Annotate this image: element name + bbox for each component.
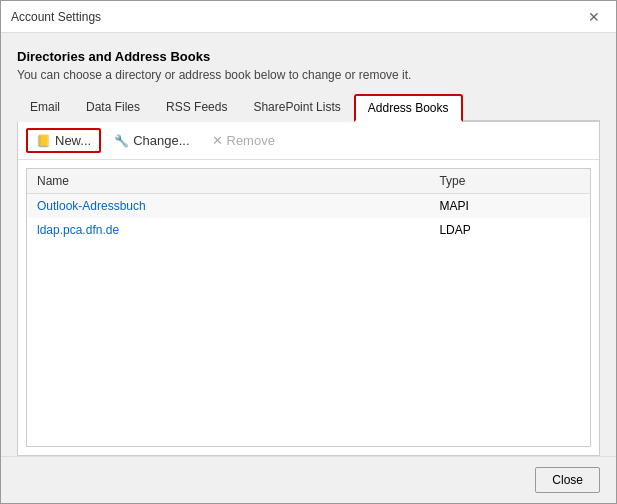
book-icon: 📒 — [36, 134, 51, 148]
change-button-label: Change... — [133, 133, 189, 148]
header-description: You can choose a directory or address bo… — [17, 68, 600, 82]
account-settings-window: Account Settings ✕ Directories and Addre… — [0, 0, 617, 504]
tab-email[interactable]: Email — [17, 94, 73, 122]
header-section: Directories and Address Books You can ch… — [17, 49, 600, 82]
table-cell-name: Outlook-Adressbuch — [27, 194, 429, 219]
title-bar: Account Settings ✕ — [1, 1, 616, 33]
toolbar: 📒 New... 🔧 Change... ✕ Remove — [18, 122, 599, 160]
address-books-table-container: Name Type Outlook-AdressbuchMAPIldap.pca… — [26, 168, 591, 447]
table-header-row: Name Type — [27, 169, 590, 194]
table-cell-type: LDAP — [429, 218, 590, 242]
new-button-label: New... — [55, 133, 91, 148]
tab-sharepoint-lists[interactable]: SharePoint Lists — [240, 94, 353, 122]
close-button[interactable]: Close — [535, 467, 600, 493]
remove-button[interactable]: ✕ Remove — [203, 129, 284, 152]
new-button[interactable]: 📒 New... — [26, 128, 101, 153]
column-header-type: Type — [429, 169, 590, 194]
tab-rss-feeds[interactable]: RSS Feeds — [153, 94, 240, 122]
address-books-table: Name Type Outlook-AdressbuchMAPIldap.pca… — [27, 169, 590, 242]
column-header-name: Name — [27, 169, 429, 194]
close-icon[interactable]: ✕ — [582, 8, 606, 26]
table-row[interactable]: ldap.pca.dfn.deLDAP — [27, 218, 590, 242]
header-title: Directories and Address Books — [17, 49, 600, 64]
tab-bar: Email Data Files RSS Feeds SharePoint Li… — [17, 94, 600, 122]
tab-data-files[interactable]: Data Files — [73, 94, 153, 122]
window-title: Account Settings — [11, 10, 101, 24]
tab-address-books[interactable]: Address Books — [354, 94, 463, 122]
change-icon: 🔧 — [114, 134, 129, 148]
footer: Close — [1, 456, 616, 503]
tab-content-address-books: 📒 New... 🔧 Change... ✕ Remove Name — [17, 122, 600, 456]
change-button[interactable]: 🔧 Change... — [105, 129, 198, 152]
remove-icon: ✕ — [212, 133, 223, 148]
table-row[interactable]: Outlook-AdressbuchMAPI — [27, 194, 590, 219]
table-cell-type: MAPI — [429, 194, 590, 219]
remove-button-label: Remove — [227, 133, 275, 148]
main-content: Directories and Address Books You can ch… — [1, 33, 616, 456]
table-cell-name: ldap.pca.dfn.de — [27, 218, 429, 242]
